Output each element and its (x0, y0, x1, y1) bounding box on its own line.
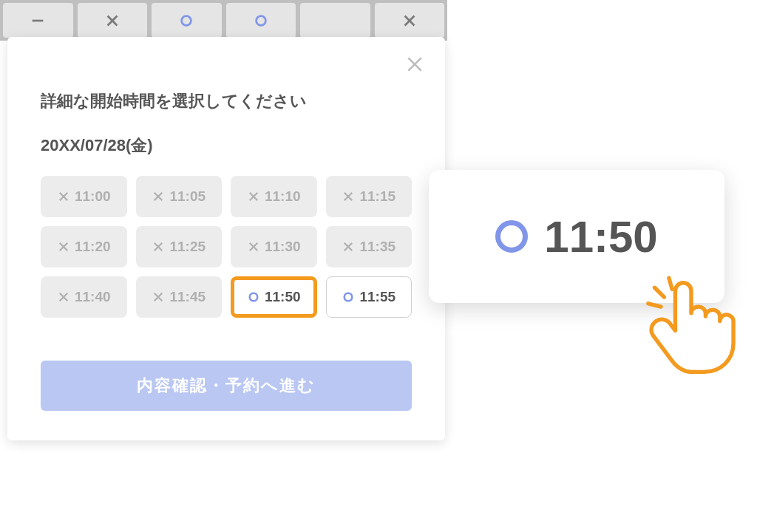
time-slot-1110: 11:10 (231, 176, 317, 217)
circle-icon (247, 290, 260, 304)
time-slot-label: 11:50 (265, 289, 301, 305)
time-slot-1135: 11:35 (326, 226, 413, 267)
time-slot-1100: 11:00 (41, 176, 127, 217)
submit-button[interactable]: 内容確認・予約へ進む (41, 361, 412, 411)
close-icon (405, 55, 424, 74)
x-icon (152, 240, 165, 253)
time-slot-label: 11:55 (359, 289, 396, 305)
time-select-modal: 詳細な開始時間を選択してください 20XX/07/28(金) 11:0011:0… (7, 37, 445, 440)
svg-point-3 (182, 16, 191, 25)
svg-line-32 (648, 304, 661, 307)
modal-title: 詳細な開始時間を選択してください (41, 90, 412, 112)
time-slot-label: 11:35 (359, 239, 396, 255)
time-slot-label: 11:30 (265, 239, 301, 255)
time-slot-label: 11:05 (169, 188, 206, 205)
time-slot-1155[interactable]: 11:55 (326, 276, 413, 318)
x-icon (247, 240, 260, 253)
time-slot-1150[interactable]: 11:50 (231, 276, 317, 318)
close-button[interactable] (404, 53, 426, 75)
time-slot-1120: 11:20 (41, 226, 127, 267)
time-slot-1125: 11:25 (136, 226, 223, 267)
time-slot-label: 11:10 (265, 188, 301, 205)
zoom-time-label: 11:50 (544, 211, 657, 262)
svg-point-29 (250, 293, 258, 301)
time-slot-1105: 11:05 (136, 176, 223, 217)
bg-cell (375, 3, 445, 38)
bg-cell (78, 3, 148, 38)
time-slot-grid: 11:0011:0511:1011:1511:2011:2511:3011:35… (41, 176, 412, 318)
x-icon (342, 190, 355, 203)
bg-cell (226, 3, 296, 38)
time-slot-1140: 11:40 (41, 276, 127, 318)
x-icon (57, 240, 70, 253)
time-slot-1145: 11:45 (136, 276, 223, 318)
hand-pointer-icon (643, 275, 739, 378)
x-icon (342, 240, 355, 253)
svg-point-4 (256, 16, 265, 25)
x-icon (152, 290, 165, 304)
x-icon (57, 290, 70, 304)
bg-cell (300, 3, 370, 38)
time-slot-label: 11:40 (75, 289, 111, 305)
modal-date: 20XX/07/28(金) (41, 134, 412, 157)
circle-icon (495, 220, 528, 253)
x-icon (57, 190, 70, 203)
time-slot-label: 11:00 (75, 188, 111, 205)
bg-cell (3, 3, 73, 38)
time-slot-label: 11:15 (359, 188, 396, 205)
svg-line-33 (669, 278, 672, 289)
svg-line-31 (654, 287, 664, 297)
time-slot-label: 11:25 (169, 239, 206, 255)
bg-cell (152, 3, 222, 38)
x-icon (247, 190, 260, 203)
time-slot-1130: 11:30 (231, 226, 317, 267)
svg-point-30 (344, 293, 353, 301)
time-slot-1115: 11:15 (326, 176, 413, 217)
background-availability-row (0, 0, 447, 41)
x-icon (152, 190, 165, 203)
time-slot-label: 11:45 (169, 289, 206, 305)
time-slot-label: 11:20 (75, 239, 111, 255)
circle-icon (342, 290, 355, 304)
